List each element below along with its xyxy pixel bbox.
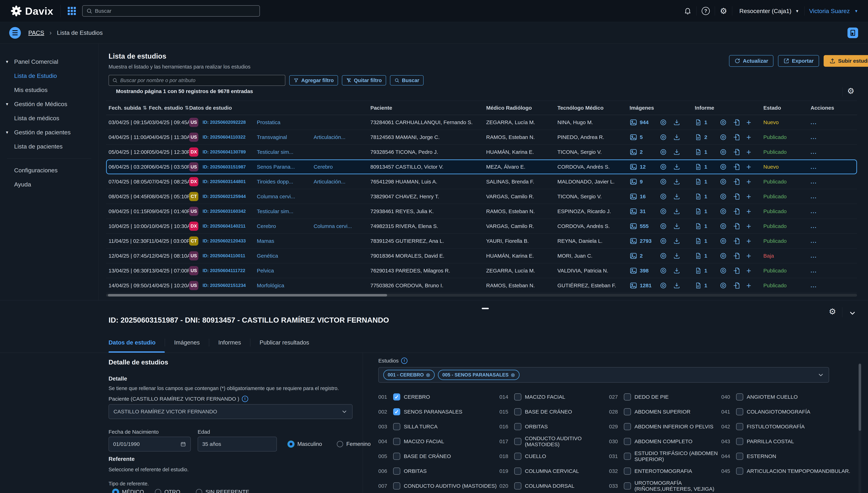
collapse-panel-icon[interactable] [849,309,856,317]
study-checkbox-item[interactable]: 029 ✓ ABDOMEN INFERIOR O PELVIS [609,419,713,434]
remove-chip-icon[interactable]: ⊗ [426,372,430,378]
study-link-1[interactable]: Cerebro [257,223,314,229]
study-link-1[interactable]: Morfológica [257,282,314,288]
sidebar-item-lista-de-estudio[interactable]: Lista de Estudio [0,69,98,83]
radio-icon[interactable] [288,441,294,447]
help-icon[interactable]: ? [702,7,710,15]
add-report-icon[interactable]: + [746,223,751,230]
row-actions-menu[interactable]: ... [810,134,854,141]
study-checkbox[interactable]: ✓ [514,408,521,415]
table-row[interactable]: 07/04/25 | 08:05AM 07/04/25 | 08:25AM DX… [106,174,857,189]
study-checkbox[interactable]: ✓ [624,423,631,430]
view-report-icon[interactable] [720,267,727,274]
col-header-fecha-estudio[interactable]: Fech. estudio⇅ [149,105,189,111]
global-search-input[interactable]: Buscar [82,5,260,17]
study-checkbox[interactable]: ✓ [624,468,631,475]
study-checkbox[interactable]: ✓ [393,408,400,415]
tab-informes[interactable]: Informes [209,332,250,353]
download-images-icon[interactable] [673,178,681,186]
table-row[interactable]: 11/04/25 | 02:30PM 11/04/25 | 03:00PM CT… [106,234,857,249]
study-checkbox-item[interactable]: 020 ✓ COLUMNA DORSAL [499,478,574,493]
import-report-icon[interactable] [733,237,740,245]
row-actions-menu[interactable]: ... [810,193,854,200]
study-checkbox-item[interactable]: 002 ✓ SENOS PARANASALES [378,404,462,419]
study-checkbox[interactable]: ✓ [736,393,743,401]
user-menu[interactable]: Victoria Suarez [809,7,850,15]
row-actions-menu[interactable]: ... [810,267,854,274]
study-link-1[interactable]: Mamas [257,238,314,244]
view-images-icon[interactable] [660,119,667,126]
study-checkbox-item[interactable]: 018 ✓ CUELLO [499,449,546,464]
study-checkbox-item[interactable]: 042 ✓ FISTULOTOMOGRAFÍA [721,419,805,434]
study-checkbox-item[interactable]: 003 ✓ SILLA TURCA [378,419,438,434]
add-report-icon[interactable]: + [746,178,751,185]
table-row[interactable]: 12/04/25 | 07:45AM 12/04/25 | 08:10AM US… [106,249,857,263]
patient-select[interactable]: CASTILLO RAMÍREZ VICTOR FERNANDO [108,404,352,419]
sidebar-section-gestion-medicos[interactable]: ▾ Gestión de Médicos [0,97,98,111]
study-checkbox[interactable]: ✓ [514,423,521,430]
notifications-bell-icon[interactable] [684,7,691,15]
study-link-1[interactable]: Senos Parana... [257,164,314,170]
col-header-fecha-subida[interactable]: Fech. subida⇅ [108,105,149,111]
study-checkbox-item[interactable]: 040 ✓ ANGIOTEM CUELLO [721,389,798,404]
apps-grid-icon[interactable] [68,7,76,15]
study-link-2[interactable]: Cerebro [314,164,370,170]
download-images-icon[interactable] [673,119,681,126]
referrer-radio-sin-referente[interactable]: SIN REFERENTE [196,489,249,493]
study-link-1[interactable]: Tiroides dopp... [257,179,314,185]
study-checkbox-item[interactable]: 044 ✓ ESTERNON [721,449,776,464]
view-images-icon[interactable] [660,267,667,274]
download-images-icon[interactable] [673,163,681,171]
tab-imagenes[interactable]: Imágenes [165,332,209,353]
search-button[interactable]: Buscar [390,75,424,85]
study-checkbox[interactable]: ✓ [624,483,631,490]
row-actions-menu[interactable]: ... [810,282,854,289]
view-report-icon[interactable] [720,222,727,230]
study-link-2[interactable]: Articulación... [314,134,370,140]
study-checkbox[interactable]: ✓ [393,438,400,445]
chevron-down-icon[interactable]: ▾ [796,8,798,14]
study-checkbox[interactable]: ✓ [393,423,400,430]
import-report-icon[interactable] [733,178,740,186]
study-link-2[interactable]: Columna cervi... [314,223,370,229]
menu-toggle-button[interactable] [9,27,21,39]
info-icon[interactable]: ! [401,358,407,364]
remove-filter-button[interactable]: Quitar filtro [342,75,386,85]
download-images-icon[interactable] [673,282,681,289]
view-images-icon[interactable] [660,222,667,230]
radio-icon[interactable] [113,489,119,493]
study-checkbox-item[interactable]: 043 ✓ PARRILLA COSTAL [721,434,794,449]
table-row[interactable]: 09/04/25 | 01:15PM 09/04/25 | 01:40PM US… [106,204,857,219]
view-report-icon[interactable] [720,282,727,289]
download-images-icon[interactable] [673,208,681,215]
organization-selector[interactable]: Resocenter (Caja1) [739,7,791,15]
table-row[interactable]: 14/04/25 | 09:50AM 14/04/25 | 10:20AM US… [106,278,857,293]
chevron-down-icon[interactable]: ▾ [855,8,857,14]
study-checkbox-item[interactable]: 041 ✓ COLANGIOTOMOGRAFÍA [721,404,810,419]
view-images-icon[interactable] [660,252,667,260]
study-checkbox[interactable]: ✓ [514,483,521,490]
import-report-icon[interactable] [733,208,740,215]
study-link-1[interactable]: Prostatica [257,120,314,125]
study-checkbox[interactable]: ✓ [393,468,400,475]
study-checkbox-item[interactable]: 007 ✓ CONDUCTO AUDITIVO (MASTOIDES) [378,478,497,493]
study-checkbox-item[interactable]: 031 ✓ ESTUDIO TRIFÁSICO (ABDOMEN SUPERIO… [609,449,721,464]
add-report-icon[interactable]: + [746,119,751,126]
study-checkbox-item[interactable]: 032 ✓ ENTEROTOMOGRAFIA [609,464,692,478]
import-report-icon[interactable] [733,133,740,141]
download-images-icon[interactable] [673,222,681,230]
view-images-icon[interactable] [660,237,667,245]
study-checkbox-item[interactable]: 016 ✓ ORBITAS [499,419,548,434]
add-report-icon[interactable]: + [746,237,751,244]
study-checkbox-item[interactable]: 027 ✓ DEDO DE PIE [609,389,669,404]
study-checkbox-item[interactable]: 019 ✓ COLUMNA CERVICAL [499,464,579,478]
study-link-1[interactable]: Genética [257,253,314,259]
settings-gear-icon[interactable]: ⚙ [720,7,727,15]
row-actions-menu[interactable]: ... [810,223,854,229]
info-icon[interactable]: ! [242,396,248,402]
upload-study-button[interactable]: Subir estudio [824,55,868,67]
study-checkbox[interactable]: ✓ [514,438,521,445]
study-checkbox-item[interactable]: 001 ✓ CEREBRO [378,389,430,404]
panel-settings-icon[interactable]: ⚙ [829,307,836,316]
study-checkbox[interactable]: ✓ [736,408,743,415]
